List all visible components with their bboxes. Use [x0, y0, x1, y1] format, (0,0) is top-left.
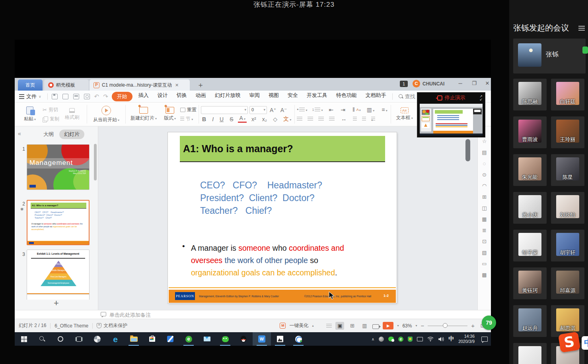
favorites-icon[interactable]: ☆: [482, 138, 487, 144]
print-preview-icon[interactable]: [84, 94, 90, 99]
reading-view-button[interactable]: ▥: [360, 322, 369, 330]
tray-orb-icon[interactable]: [379, 337, 384, 342]
wps-restore-button[interactable]: ❐: [470, 80, 478, 86]
participant-tile[interactable]: 陈星: [551, 154, 584, 186]
tray-browser-icon[interactable]: e: [398, 337, 403, 342]
taskbar-app-explorer[interactable]: [125, 332, 143, 346]
layout-pane-icon[interactable]: ◫: [482, 205, 487, 211]
font-color-button[interactable]: A: [238, 116, 247, 123]
menu-item[interactable]: 安全: [283, 92, 302, 101]
current-slide[interactable]: A1: Who is a manager? CEO? CFO? Headmast…: [168, 132, 397, 303]
taskbar-app-wechat[interactable]: [216, 332, 234, 346]
taskbar-search-button[interactable]: [33, 332, 51, 346]
meeting-status-badge[interactable]: 79: [482, 316, 496, 330]
save-icon[interactable]: [52, 94, 58, 99]
slide-sorter-button[interactable]: ⊞: [348, 322, 356, 330]
align-pane-icon[interactable]: ≣: [482, 227, 487, 233]
undo-icon[interactable]: ↶: [94, 93, 99, 100]
redo-icon[interactable]: ↷: [103, 93, 108, 100]
action-center-icon[interactable]: [481, 337, 488, 342]
history-icon[interactable]: ◌: [483, 161, 486, 167]
zoom-out-button[interactable]: −: [421, 322, 424, 329]
participant-tile[interactable]: 王玲丽: [551, 116, 584, 148]
properties-icon[interactable]: ▤: [482, 149, 487, 155]
text-direction-button[interactable]: ‖A: [351, 106, 361, 113]
slide-questions-text[interactable]: CEO? CFO? Headmaster?President? Client? …: [200, 179, 322, 217]
menu-item[interactable]: 文档助手: [361, 92, 391, 101]
tab-docer-templates[interactable]: 稻壳模板: [44, 79, 89, 91]
participant-tile[interactable]: 胡宇轩: [551, 230, 584, 261]
tray-wechat-icon[interactable]: [388, 337, 394, 341]
expand-preview-icon[interactable]: ↗↙: [479, 95, 483, 101]
copy-button[interactable]: 复制: [43, 116, 59, 122]
subscript-button[interactable]: x₂: [261, 116, 268, 122]
taskbar-app-qq[interactable]: [234, 332, 253, 346]
account-chip[interactable]: C CHUNCAI: [413, 80, 444, 87]
align-center-button[interactable]: [308, 117, 313, 121]
output-icon[interactable]: [62, 94, 68, 99]
slide-thumbnail-2-selected[interactable]: A1: Who is a manager? CEO? CFO? Headmast…: [27, 200, 90, 245]
layout-button[interactable]: 版式: [160, 104, 180, 124]
participant-tile[interactable]: 邱嘉源: [551, 267, 584, 299]
taskbar-app-mail[interactable]: [198, 332, 216, 346]
participant-tile[interactable]: 白轩廷: [551, 79, 584, 110]
superscript-button[interactable]: x²: [250, 116, 257, 122]
play-from-current-button[interactable]: 从当前开始: [89, 104, 123, 124]
line-spacing-button[interactable]: [353, 117, 357, 121]
font-family-select[interactable]: [201, 106, 248, 114]
italic-button[interactable]: I: [211, 116, 215, 122]
textbox-button[interactable]: A≡ 文本框: [393, 104, 416, 124]
wps-minimize-button[interactable]: ─: [456, 80, 464, 86]
bold-button[interactable]: B: [201, 116, 207, 122]
tab-count-badge[interactable]: 1: [400, 81, 408, 87]
menu-item[interactable]: 开发工具: [302, 92, 332, 101]
menu-home[interactable]: 开始: [112, 92, 132, 101]
clear-format-button[interactable]: ◇: [272, 116, 278, 122]
strikethrough-button[interactable]: S: [228, 116, 234, 122]
share-preview-thumbnail[interactable]: [420, 104, 483, 136]
notes-placeholder[interactable]: 单击此处添加备注: [109, 312, 151, 319]
tray-display-icon[interactable]: [417, 337, 423, 341]
protection-status[interactable]: 文档未保护: [103, 322, 127, 329]
slide-thumbnail-3[interactable]: Exhibit 1-1: Levels of Management Top Ma…: [27, 250, 90, 297]
cut-button[interactable]: ✂剪切: [43, 106, 59, 113]
increase-font-button[interactable]: A⁺: [269, 107, 278, 113]
participant-tile[interactable]: 朱光能: [513, 154, 547, 186]
notes-bar[interactable]: 单击此处添加备注: [15, 310, 491, 319]
cloud-icon[interactable]: ◠: [482, 183, 487, 189]
underline-button[interactable]: U: [218, 116, 225, 122]
zoom-in-button[interactable]: +: [471, 322, 475, 329]
find-menu[interactable]: 查找: [394, 93, 420, 100]
distribute-button[interactable]: ↔: [340, 116, 348, 122]
stop-presenting-float-window[interactable]: 停止演示 ↗↙: [417, 92, 485, 137]
taskbar-app-notes[interactable]: [161, 332, 179, 346]
reset-button[interactable]: 重置: [180, 106, 197, 113]
tab-home[interactable]: 首页: [18, 79, 43, 91]
zoom-level[interactable]: 63%: [402, 323, 412, 329]
chart-icon[interactable]: ▦: [482, 216, 487, 222]
menu-item[interactable]: 幻灯片放映: [210, 92, 245, 101]
tab-slides[interactable]: 幻灯片: [59, 130, 84, 139]
justify-button[interactable]: [329, 117, 335, 121]
volume-icon[interactable]: [438, 337, 444, 342]
slide-title-banner[interactable]: A1: Who is a manager?: [180, 136, 385, 162]
slide-thumbnail-1[interactable]: Management Stephen P. ROBBINS Mary COULT…: [27, 144, 90, 190]
wifi-icon[interactable]: [427, 337, 434, 341]
comment-pane-icon[interactable]: ▭: [482, 261, 487, 267]
participant-tile[interactable]: 曹雨波: [513, 116, 547, 148]
columns-button[interactable]: ▥: [366, 106, 376, 113]
settings-icon[interactable]: ⊙: [482, 172, 487, 178]
wps-close-button[interactable]: ✕: [483, 80, 491, 86]
menu-item[interactable]: 视图: [264, 92, 283, 101]
canvas-scrollbar[interactable]: [465, 139, 470, 161]
participant-tile[interactable]: 刘欣怡: [551, 192, 584, 224]
taskbar-app-wps[interactable]: W: [253, 332, 271, 346]
panel-scrollbar[interactable]: [94, 144, 97, 180]
slideshow-view-icon[interactable]: [372, 324, 379, 329]
taskbar-app-360[interactable]: [88, 332, 106, 346]
stop-presenting-button[interactable]: 停止演示: [417, 93, 485, 103]
zoom-slider-knob[interactable]: [443, 323, 448, 328]
play-options-caret-icon[interactable]: ▾: [397, 324, 399, 327]
taskbar-app-meeting[interactable]: [289, 332, 308, 346]
participant-tile[interactable]: 郝思淇: [551, 305, 584, 337]
